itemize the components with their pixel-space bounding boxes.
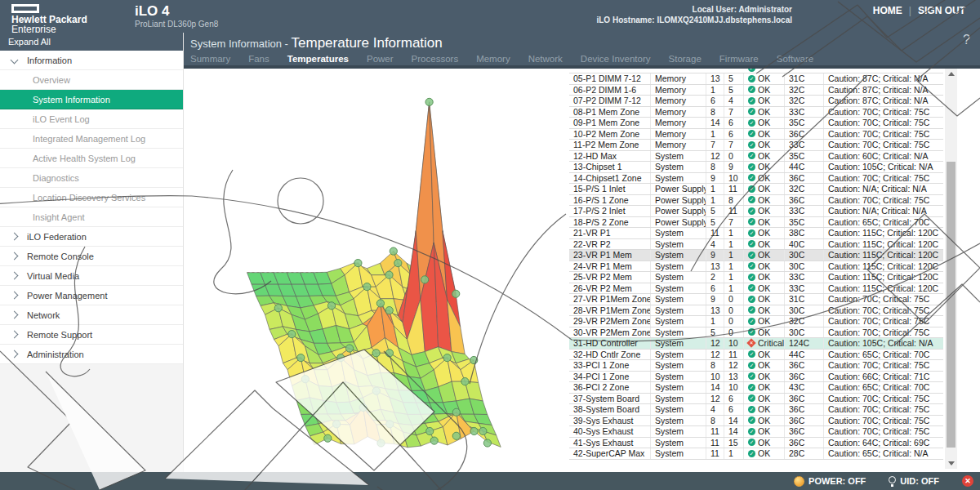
table-row[interactable]: 40-Sys ExhaustSystem1114✓OK36CCaution: 7… bbox=[569, 426, 943, 438]
table-row[interactable]: 34-PCI 1 ZoneSystem1013✓OK36CCaution: 66… bbox=[569, 372, 943, 383]
table-row[interactable]: 15-P/S 1 InletPower Supply111✓OK32CCauti… bbox=[569, 184, 943, 195]
chevron-right-icon bbox=[11, 292, 19, 300]
sensor-marker bbox=[324, 434, 332, 442]
sensor-y: 10 bbox=[724, 382, 744, 393]
table-row[interactable]: 14-Chipset1 ZoneSystem910✓OK36CCaution: … bbox=[569, 173, 943, 185]
scroll-down-button[interactable] bbox=[945, 458, 957, 469]
table-row[interactable]: 38-System BoardSystem46✓OK36CCaution: 70… bbox=[569, 404, 943, 416]
sidebar-item-network[interactable]: Network bbox=[0, 305, 183, 325]
table-row[interactable]: 31-HD ControllerSystem1210✕Critical124CC… bbox=[569, 338, 943, 350]
sensor-y: 11 bbox=[724, 184, 744, 194]
table-row[interactable]: 39-Sys ExhaustSystem814✓OK36CCaution: 70… bbox=[569, 416, 943, 427]
sensor-marker bbox=[461, 378, 469, 385]
sidebar-item-ilo-federation[interactable]: iLO Federation bbox=[0, 227, 183, 247]
home-link[interactable]: HOME bbox=[873, 5, 902, 16]
sensor-name: 26-VR P2 Mem bbox=[569, 283, 651, 294]
sidebar-item-remote-support[interactable]: Remote Support bbox=[0, 325, 183, 345]
sensor-marker bbox=[452, 432, 460, 439]
table-row[interactable]: 22-VR P2System41✓OK40CCaution: 115C; Cri… bbox=[569, 239, 943, 251]
sidebar-item-virtual-media[interactable]: Virtual Media bbox=[0, 266, 183, 286]
power-status-icon[interactable] bbox=[794, 476, 804, 487]
sensor-x: 1 bbox=[706, 184, 724, 194]
sidebar-item-information[interactable]: Information bbox=[0, 51, 183, 70]
table-row[interactable]: 21-VR P1System111✓OK38CCaution: 115C; Cr… bbox=[569, 228, 943, 239]
tab-fans[interactable]: Fans bbox=[248, 54, 270, 64]
table-row[interactable]: 17-P/S 2 InletPower Supply511✓OK33CCauti… bbox=[569, 206, 943, 217]
table-row[interactable]: 28-VR P1Mem ZoneSystem130✓OK30CCaution: … bbox=[569, 305, 943, 317]
help-icon[interactable]: ? bbox=[963, 33, 970, 47]
sidebar-item-ilo-event-log[interactable]: iLO Event Log bbox=[0, 109, 183, 129]
ok-status-icon: ✓ bbox=[748, 450, 755, 457]
table-row[interactable]: 13-Chipset 1System89✓OK44CCaution: 105C;… bbox=[569, 162, 943, 173]
table-row[interactable]: 26-VR P2 MemSystem61✓OK33CCaution: 115C;… bbox=[569, 283, 943, 295]
table-row[interactable]: 16-P/S 1 ZonePower Supply18✓OK36CCaution… bbox=[569, 195, 943, 207]
table-row[interactable]: 37-System BoardSystem126✓OK36CCaution: 7… bbox=[569, 394, 943, 405]
table-row[interactable]: 41-Sys ExhaustSystem1115✓OK36CCaution: 6… bbox=[569, 438, 943, 449]
sensor-y: 0 bbox=[724, 316, 744, 327]
sensor-marker bbox=[288, 331, 296, 338]
table-row[interactable]: 18-P/S 2 ZonePower Supply57✓OK35CCaution… bbox=[569, 217, 943, 229]
table-row[interactable]: 07-P2 DIMM 7-12Memory64✓OK32CCaution: 87… bbox=[569, 96, 943, 107]
table-row[interactable]: 32-HD Cntlr ZoneSystem1211✓OK44CCaution:… bbox=[569, 350, 943, 361]
tab-power[interactable]: Power bbox=[367, 54, 394, 64]
sidebar-item-diagnostics[interactable]: Diagnostics bbox=[0, 168, 183, 188]
sidebar-item-remote-console[interactable]: Remote Console bbox=[0, 247, 183, 266]
sensor-y: 0 bbox=[724, 327, 744, 338]
ok-status-icon: ✓ bbox=[748, 362, 755, 369]
table-row[interactable]: 12-HD MaxSystem120✓OK35CCaution: 60C; Cr… bbox=[569, 151, 943, 163]
sidebar-item-administration[interactable]: Administration bbox=[0, 345, 183, 364]
table-row[interactable]: 06-P2 DIMM 1-6Memory15✓OK32CCaution: 87C… bbox=[569, 85, 943, 96]
tab-storage[interactable]: Storage bbox=[669, 54, 702, 64]
sidebar-item-power-management[interactable]: Power Management bbox=[0, 286, 183, 305]
table-row[interactable]: 36-PCI 2 ZoneSystem1410✓OK43CCaution: 65… bbox=[569, 382, 943, 394]
table-row[interactable]: 23-VR P1 MemSystem91✓OK30CCaution: 115C;… bbox=[569, 250, 943, 261]
sensor-name: 07-P2 DIMM 7-12 bbox=[569, 96, 651, 106]
sensor-location: Memory bbox=[651, 74, 706, 84]
sidebar-item-label: System Information bbox=[33, 95, 110, 105]
sensor-reading: 31C bbox=[785, 294, 824, 305]
health-critical-icon[interactable]: ✕ bbox=[962, 475, 973, 487]
sidebar-item-insight-agent[interactable]: Insight Agent bbox=[0, 207, 183, 227]
scrollbar-thumb[interactable] bbox=[947, 162, 956, 448]
sensor-marker bbox=[377, 439, 385, 447]
sidebar-item-location-discovery-services[interactable]: Location Discovery Services bbox=[0, 188, 183, 207]
table-row[interactable]: 24-VR P1 MemSystem131✓OK30CCaution: 115C… bbox=[569, 261, 943, 273]
tab-memory[interactable]: Memory bbox=[476, 54, 510, 64]
tab-temperatures[interactable]: Temperatures bbox=[287, 54, 349, 64]
tab-network[interactable]: Network bbox=[528, 54, 563, 64]
table-row[interactable]: 08-P1 Mem ZoneMemory87✓OK33CCaution: 70C… bbox=[569, 107, 943, 118]
sensor-reading: 44C bbox=[785, 350, 824, 360]
uid-bulb-icon[interactable] bbox=[889, 476, 896, 483]
sidebar-item-overview[interactable]: Overview bbox=[0, 70, 183, 90]
table-row[interactable]: 29-VR P2Mem ZoneSystem10✓OK32CCaution: 7… bbox=[569, 316, 943, 327]
table-row[interactable]: 05-P1 DIMM 7-12Memory135✓OK31CCaution: 8… bbox=[569, 74, 943, 85]
table-row[interactable]: 11-P2 Mem ZoneMemory77✓OK33CCaution: 70C… bbox=[569, 140, 943, 151]
tab-processors[interactable]: Processors bbox=[412, 54, 459, 64]
sensor-x: 8 bbox=[706, 162, 724, 172]
tab-device-inventory[interactable]: Device Inventory bbox=[581, 54, 651, 64]
sensor-location: System bbox=[651, 294, 706, 305]
sensor-x: 11 bbox=[706, 426, 724, 437]
sensor-reading: 36C bbox=[785, 372, 824, 382]
table-row[interactable]: 09-P1 Mem ZoneMemory146✓OK35CCaution: 70… bbox=[569, 118, 943, 129]
sensor-name: 13-Chipset 1 bbox=[569, 162, 651, 172]
sensor-status: ✕Critical bbox=[744, 338, 785, 349]
table-scrollbar[interactable] bbox=[945, 69, 957, 469]
tab-software[interactable]: Software bbox=[777, 54, 813, 64]
sidebar-item-integrated-management-log[interactable]: Integrated Management Log bbox=[0, 129, 183, 149]
table-row[interactable]: 33-PCI 1 ZoneSystem812✓OK36CCaution: 70C… bbox=[569, 360, 943, 372]
table-row[interactable]: 42-SuperCAP MaxSystem111✓OK28CCaution: 6… bbox=[569, 448, 943, 460]
table-row[interactable]: 30-VR P2Mem ZoneSystem50✓OK30CCaution: 7… bbox=[569, 327, 943, 339]
sidebar-item-active-health-system-log[interactable]: Active Health System Log bbox=[0, 149, 183, 168]
table-row[interactable]: 25-VR P2 MemSystem21✓OK33CCaution: 115C;… bbox=[569, 272, 943, 283]
expand-all-button[interactable]: Expand All bbox=[0, 33, 183, 51]
sign-out-link[interactable]: SIGN OUT bbox=[918, 5, 965, 16]
tab-summary[interactable]: Summary bbox=[190, 54, 230, 64]
page-title: System Information - Temperature Informa… bbox=[190, 35, 443, 51]
sensor-status: ✓OK bbox=[744, 206, 785, 216]
sidebar-item-system-information[interactable]: System Information bbox=[0, 90, 183, 109]
scroll-up-button[interactable] bbox=[945, 69, 957, 79]
table-row[interactable]: 27-VR P1Mem ZoneSystem90✓OK31CCaution: 7… bbox=[569, 294, 943, 305]
tab-firmware[interactable]: Firmware bbox=[719, 54, 759, 64]
table-row[interactable]: 10-P2 Mem ZoneMemory16✓OK36CCaution: 70C… bbox=[569, 129, 943, 140]
